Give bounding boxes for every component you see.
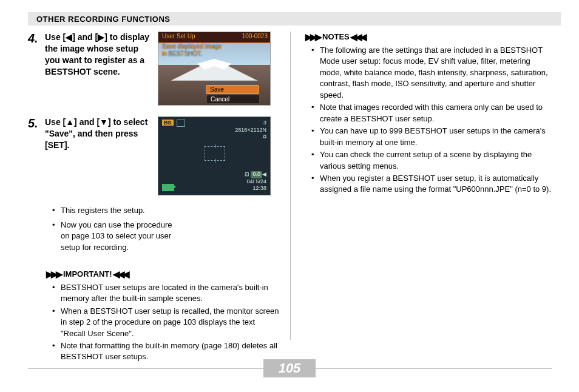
- notes-label: NOTES: [322, 32, 350, 41]
- lcd-file-number: 100-0023: [242, 33, 268, 42]
- step-4-screenshot: User Set Up 100-0023 Save displayed imag…: [158, 32, 273, 106]
- grid-icon: [177, 120, 185, 127]
- step-text: Use [◀] and [▶] to display the image who…: [45, 32, 158, 78]
- list-item: Now you can use the procedure on page 10…: [52, 220, 176, 253]
- page-number-box: 105: [263, 359, 316, 377]
- date: 04/ 5/24: [245, 178, 266, 186]
- list-item: Note that images recorded with this came…: [311, 102, 552, 124]
- section-header-text: OTHER RECORDING FUNCTIONS: [36, 15, 171, 24]
- lcd-save-option: Save: [206, 85, 259, 94]
- lcd-screenshot-usersetup: User Set Up 100-0023 Save displayed imag…: [158, 32, 271, 106]
- lcd-screenshot-rec: BS 3 2816×2112N ⧉ ⊡ 0.0◀ 04/ 5/24 12:3: [158, 117, 271, 195]
- focus-frame: [205, 146, 225, 161]
- important-label: IMPORTANT!: [63, 269, 112, 279]
- page-number: 105: [279, 360, 301, 376]
- lcd-message-line1: Save displayed image: [162, 43, 222, 50]
- battery-icon: [162, 184, 174, 191]
- important-list: BESTSHOT user setups are located in the …: [52, 282, 282, 363]
- important-callout: ▶▶▶IMPORTANT! ◀◀◀ BESTSHOT user setups a…: [28, 269, 282, 363]
- list-item: BESTSHOT user setups are located in the …: [52, 282, 282, 305]
- step-5: 5. Use [▲] and [▼] to select "Save", and…: [28, 117, 282, 195]
- deco-icon: ◀◀◀: [350, 32, 365, 42]
- deco-icon: ▶▶▶: [46, 269, 61, 279]
- lcd-title: User Set Up: [162, 33, 195, 42]
- lcd-topbar: User Set Up 100-0023: [158, 32, 270, 43]
- resolution: 2816×2112N: [235, 127, 266, 134]
- deco-icon: ▶▶▶: [305, 32, 320, 42]
- list-item: When a BESTSHOT user setup is recalled, …: [52, 306, 282, 339]
- step-5-screenshot: BS 3 2816×2112N ⧉ ⊡ 0.0◀ 04/ 5/24 12:3: [158, 117, 273, 195]
- bestshot-icon: BS: [162, 120, 174, 126]
- list-item: You can check the current setup of a sce…: [311, 149, 552, 172]
- left-column: 4. Use [◀] and [▶] to display the image …: [28, 32, 290, 340]
- columns: 4. Use [◀] and [▶] to display the image …: [28, 32, 552, 340]
- lcd-top-right-info: 3 2816×2112N ⧉: [235, 120, 266, 141]
- list-item: You can have up to 999 BESTSHOT user set…: [311, 126, 552, 148]
- ev-value: ⊡ 0.0◀: [245, 171, 266, 178]
- right-column: ▶▶▶NOTES ◀◀◀ The following are the setti…: [290, 32, 552, 340]
- list-item: The following are the settings that are …: [311, 45, 552, 101]
- lcd-bottom-right-info: ⊡ 0.0◀ 04/ 5/24 12:38: [245, 171, 266, 192]
- section-header: OTHER RECORDING FUNCTIONS: [28, 12, 561, 25]
- lcd-cancel-option: Cancel: [207, 95, 259, 103]
- list-item: Note that formatting the built-in memory…: [52, 340, 282, 363]
- card-icon: ⧉: [235, 133, 266, 141]
- notes-heading: ▶▶▶NOTES ◀◀◀: [305, 32, 552, 42]
- list-item: This registers the setup.: [52, 205, 282, 216]
- step-5-bullets: This registers the setup. Now you can us…: [52, 205, 282, 253]
- step-number: 5.: [28, 117, 45, 130]
- shots-remaining: 3: [235, 120, 266, 127]
- manual-page: OTHER RECORDING FUNCTIONS 4. Use [◀] and…: [0, 0, 579, 392]
- important-heading: ▶▶▶IMPORTANT! ◀◀◀: [46, 269, 282, 280]
- notes-callout: ▶▶▶NOTES ◀◀◀ The following are the setti…: [305, 32, 552, 195]
- step-number: 4.: [28, 32, 45, 45]
- step-text: Use [▲] and [▼] to select "Save", and th…: [45, 117, 158, 151]
- time: 12:38: [245, 185, 266, 192]
- step-4: 4. Use [◀] and [▶] to display the image …: [28, 32, 282, 106]
- mountain-illustration: [158, 56, 270, 81]
- list-item: When you register a BESTSHOT user setup,…: [311, 173, 552, 195]
- notes-list: The following are the settings that are …: [311, 45, 552, 195]
- deco-icon: ◀◀◀: [113, 269, 127, 279]
